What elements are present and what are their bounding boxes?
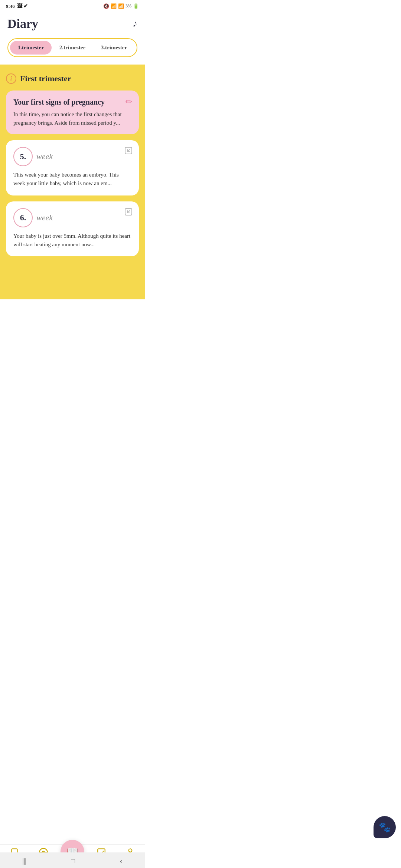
page-title: Diary	[7, 17, 38, 31]
tab-3-trimester[interactable]: 3.trimester	[93, 41, 135, 55]
tab-1-trimester[interactable]: 1.trimester	[10, 41, 52, 55]
wifi-icon: 📶	[111, 3, 117, 9]
battery-percent: 3%	[125, 3, 131, 9]
week-5-header: 5. week	[13, 147, 131, 166]
mute-icon: 🔇	[103, 3, 109, 9]
pregnancy-signs-card: Your first signs of pregnancy In this ti…	[6, 91, 139, 134]
signal-icon: 📶	[118, 3, 124, 9]
status-bar: 9:46 🖼 ✔ 🔇 📶 📶 3% 🔋	[0, 0, 145, 11]
pregnancy-signs-title: Your first signs of pregnancy	[13, 98, 131, 106]
section-heading: i First trimester	[6, 73, 139, 84]
week-6-card: 6. week Your baby is just over 5mm. Alth…	[6, 201, 139, 257]
week-6-label: week	[36, 213, 53, 223]
notification-icons: 🖼 ✔	[17, 3, 28, 9]
battery-icon: 🔋	[133, 3, 139, 9]
week-5-label: week	[36, 152, 53, 161]
status-time: 9:46 🖼 ✔	[6, 3, 28, 9]
week-6-text: Your baby is just over 5mm. Although qui…	[13, 232, 131, 249]
time-display: 9:46	[6, 3, 15, 9]
tab-2-trimester[interactable]: 2.trimester	[52, 41, 93, 55]
week-6-header: 6. week	[13, 208, 131, 227]
week-5-card: 5. week This week your baby becomes an e…	[6, 140, 139, 195]
status-right-icons: 🔇 📶 📶 3% 🔋	[103, 3, 139, 9]
yellow-content-section: i First trimester Your first signs of pr…	[0, 65, 145, 299]
week-6-edit-icon[interactable]	[124, 207, 133, 218]
week-5-text: This week your baby becomes an embryo. T…	[13, 171, 131, 188]
week-5-edit-icon[interactable]	[124, 146, 133, 157]
pregnancy-signs-text: In this time, you can notice the first c…	[13, 110, 131, 127]
week-6-number: 6.	[13, 208, 33, 227]
header: Diary ♪	[0, 11, 145, 35]
trimester-tab-group: 1.trimester 2.trimester 3.trimester	[7, 38, 137, 57]
music-icon[interactable]: ♪	[133, 18, 137, 29]
week-5-number: 5.	[13, 147, 33, 166]
info-icon: i	[6, 73, 16, 84]
section-title: First trimester	[20, 74, 71, 83]
pregnancy-signs-edit-icon[interactable]: ✏	[125, 97, 132, 107]
